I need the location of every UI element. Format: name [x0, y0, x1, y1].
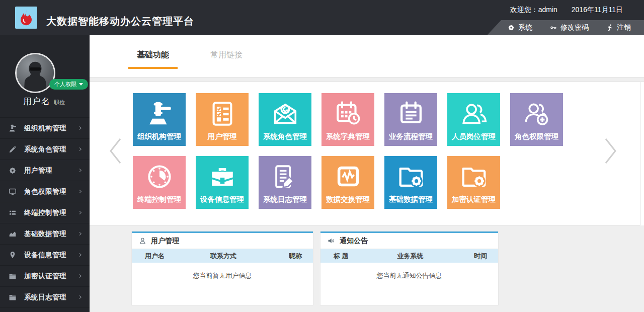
email-at-icon — [271, 99, 300, 128]
sidebar: 个人权限 用户名 职位 组织机构管理 系统角色管理 用户管理 角色权限管理 — [0, 35, 90, 312]
tile-basic-data[interactable]: 基础数据管理 — [384, 156, 437, 209]
chevron-right-icon — [77, 210, 83, 215]
chevron-right-icon — [77, 252, 83, 258]
sidebar-menu: 组织机构管理 系统角色管理 用户管理 角色权限管理 终端控制管理 基础数据管理 — [0, 117, 90, 308]
folder-gear-icon — [459, 162, 489, 191]
avatar[interactable] — [15, 53, 55, 93]
sidebar-item-device-info[interactable]: 设备信息管理 — [0, 245, 90, 266]
header-toolbar: 系统 修改密码 注销 — [487, 20, 644, 35]
tile-data-exchange[interactable]: 数据交换管理 — [321, 156, 374, 209]
folder-gear-icon — [396, 162, 426, 191]
people-plus-icon — [522, 99, 551, 128]
tile-label: 系统日志管理 — [259, 195, 311, 204]
grid-icon — [8, 208, 17, 217]
tile-label: 数据交换管理 — [321, 195, 374, 204]
tile-role-permission[interactable]: 角色权限管理 — [510, 93, 563, 146]
monitor-wave-icon — [334, 162, 363, 191]
tab-basic-functions[interactable]: 基础功能 — [128, 50, 178, 69]
tile-label: 设备信息管理 — [196, 195, 249, 204]
notices-table-header: 标 题 业务系统 时间 — [320, 249, 498, 263]
dial-icon — [145, 162, 174, 191]
sidebar-item-user-management[interactable]: 用户管理 — [0, 160, 90, 181]
notices-panel-title-text: 通知公告 — [340, 237, 368, 246]
carousel-prev-button[interactable] — [107, 136, 124, 166]
key-icon — [549, 24, 557, 32]
col-nickname: 昵称 — [253, 252, 302, 261]
person-icon — [138, 237, 147, 245]
tile-system-dictionary[interactable]: 系统字典管理 — [321, 93, 374, 146]
tile-label: 基础数据管理 — [384, 195, 437, 204]
pencil-icon — [8, 145, 17, 154]
chevron-right-icon — [77, 168, 83, 173]
calendar-clock-icon — [334, 99, 363, 128]
briefcase-icon — [208, 162, 237, 191]
gear-icon — [8, 166, 17, 175]
carousel-next-button[interactable] — [602, 136, 619, 166]
sidebar-item-label: 加密认证管理 — [24, 272, 66, 281]
tile-system-role[interactable]: 系统角色管理 — [259, 93, 311, 146]
personal-permission-badge[interactable]: 个人权限 — [49, 79, 88, 90]
logout-label: 注销 — [617, 23, 631, 32]
app-logo — [15, 7, 37, 29]
tile-label: 系统角色管理 — [259, 132, 311, 141]
module-carousel: 组织机构管理 用户管理 系统角色管理 系统字典管理 业务流程管理 人员岗位管理 … — [90, 82, 640, 225]
sidebar-item-org-management[interactable]: 组织机构管理 — [0, 118, 90, 139]
sidebar-item-label: 角色权限管理 — [24, 187, 66, 196]
tile-label: 终端控制管理 — [133, 195, 186, 204]
sidebar-item-system-log[interactable]: 系统日志管理 — [0, 287, 90, 308]
monitor-icon — [8, 187, 17, 196]
sidebar-item-label: 基础数据管理 — [24, 229, 66, 239]
app-header: 大数据智能移动办公云管理平台 欢迎您：admin 2016年11月11日 系统 … — [0, 0, 644, 35]
sidebar-item-encryption-auth[interactable]: 加密认证管理 — [0, 266, 90, 287]
tile-business-process[interactable]: 业务流程管理 — [384, 93, 437, 146]
doc-pencil-icon — [271, 162, 300, 191]
change-password-button[interactable]: 修改密码 — [549, 23, 589, 32]
users-panel-title-text: 用户管理 — [151, 237, 179, 246]
tile-label: 角色权限管理 — [510, 132, 563, 141]
welcome-user: 欢迎您：admin — [510, 6, 557, 15]
gavel-icon — [145, 99, 174, 128]
chevron-right-icon — [77, 146, 83, 152]
notices-empty-message: 您当前无通知公告信息 — [320, 271, 498, 280]
gear-icon — [507, 24, 515, 32]
app-title: 大数据智能移动办公云管理平台 — [46, 15, 194, 28]
chevron-right-icon — [77, 189, 83, 194]
logout-button[interactable]: 注销 — [606, 23, 631, 32]
tile-personnel-post[interactable]: 人员岗位管理 — [447, 93, 500, 146]
current-date: 2016年11月11日 — [572, 6, 623, 15]
bottom-section: 用户管理 用户名 联系方式 昵称 您当前暂无用户信息 通知公告 标 题 业务系统… — [90, 225, 644, 312]
sidebar-item-basic-data[interactable]: 基础数据管理 — [0, 223, 90, 245]
sidebar-item-terminal-control[interactable]: 终端控制管理 — [0, 202, 90, 223]
tile-org-management[interactable]: 组织机构管理 — [133, 93, 186, 146]
tab-common-links[interactable]: 常用链接 — [202, 50, 251, 69]
col-contact: 联系方式 — [194, 252, 253, 261]
tile-user-management[interactable]: 用户管理 — [196, 93, 249, 146]
tile-row-1: 组织机构管理 用户管理 系统角色管理 系统字典管理 业务流程管理 人员岗位管理 … — [133, 93, 563, 146]
tile-device-info[interactable]: 设备信息管理 — [196, 156, 249, 209]
sidebar-item-label: 用户管理 — [24, 166, 52, 175]
tile-label: 组织机构管理 — [133, 132, 186, 141]
tile-system-log[interactable]: 系统日志管理 — [259, 156, 311, 209]
speaker-icon — [327, 237, 336, 245]
tab-bar: 基础功能 常用链接 — [128, 50, 251, 69]
sidebar-item-system-role[interactable]: 系统角色管理 — [0, 139, 90, 160]
system-menu-button[interactable]: 系统 — [507, 23, 532, 32]
folder-icon — [8, 272, 17, 281]
chevron-right-icon — [77, 231, 83, 237]
user-identity: 用户名 职位 — [23, 96, 65, 107]
users-empty-message: 您当前暂无用户信息 — [132, 271, 313, 280]
tile-encryption-auth[interactable]: 加密认证管理 — [447, 156, 500, 209]
username: 用户名 — [23, 96, 50, 107]
col-time: 时间 — [439, 252, 487, 261]
tile-row-2: 终端控制管理 设备信息管理 系统日志管理 数据交换管理 基础数据管理 加密认证管… — [133, 156, 500, 209]
tile-label: 加密认证管理 — [447, 195, 500, 204]
tile-terminal-control[interactable]: 终端控制管理 — [133, 156, 186, 209]
folder-icon — [8, 293, 17, 302]
col-title: 标 题 — [334, 252, 381, 261]
sidebar-item-label: 系统角色管理 — [24, 145, 66, 154]
users-table-header: 用户名 联系方式 昵称 — [132, 249, 313, 263]
col-business-system: 业务系统 — [381, 252, 439, 261]
sidebar-item-role-permission[interactable]: 角色权限管理 — [0, 181, 90, 202]
users-panel-title: 用户管理 — [132, 233, 313, 249]
tile-label: 人员岗位管理 — [447, 132, 500, 141]
